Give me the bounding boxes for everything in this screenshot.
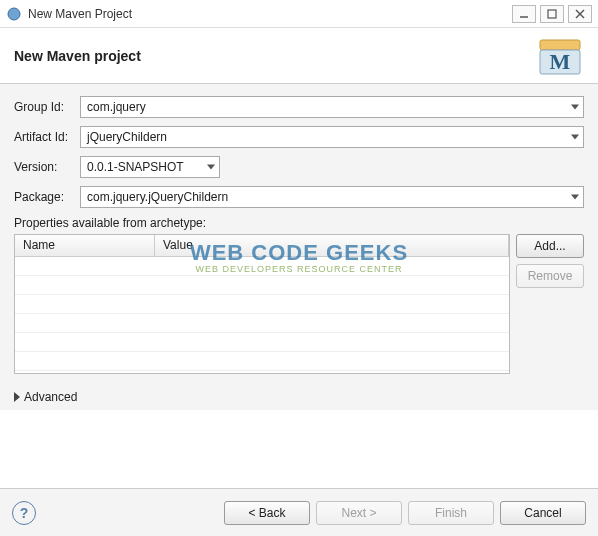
banner-heading: New Maven project — [14, 48, 536, 64]
help-icon[interactable]: ? — [12, 501, 36, 525]
package-input[interactable]: com.jquery.jQueryChildern — [80, 186, 584, 208]
dialog-banner: New Maven project M — [0, 28, 598, 84]
chevron-down-icon — [571, 195, 579, 200]
svg-rect-2 — [548, 10, 556, 18]
version-label: Version: — [14, 160, 80, 174]
chevron-down-icon — [571, 135, 579, 140]
column-header-value[interactable]: Value — [155, 235, 509, 256]
advanced-label: Advanced — [24, 390, 77, 404]
version-input[interactable]: 0.0.1-SNAPSHOT — [80, 156, 220, 178]
chevron-down-icon — [207, 165, 215, 170]
maven-logo-icon: M — [536, 32, 584, 80]
column-header-name[interactable]: Name — [15, 235, 155, 256]
table-row[interactable] — [15, 352, 509, 371]
properties-area: Name Value Add... Remove — [14, 234, 584, 374]
package-value: com.jquery.jQueryChildern — [87, 190, 228, 204]
titlebar: New Maven Project — [0, 0, 598, 28]
artifact-id-input[interactable]: jQueryChildern — [80, 126, 584, 148]
group-id-value: com.jquery — [87, 100, 146, 114]
svg-text:M: M — [550, 49, 571, 74]
window-icon — [6, 6, 22, 22]
package-label: Package: — [14, 190, 80, 204]
table-row[interactable] — [15, 257, 509, 276]
triangle-right-icon — [14, 392, 20, 402]
minimize-button[interactable] — [512, 5, 536, 23]
svg-point-0 — [8, 8, 20, 20]
dialog-footer: ? < Back Next > Finish Cancel — [0, 488, 598, 536]
version-row: Version: 0.0.1-SNAPSHOT — [14, 156, 584, 178]
properties-table-header: Name Value — [15, 235, 509, 257]
group-id-input[interactable]: com.jquery — [80, 96, 584, 118]
window-title: New Maven Project — [28, 7, 508, 21]
group-id-row: Group Id: com.jquery — [14, 96, 584, 118]
finish-button: Finish — [408, 501, 494, 525]
cancel-button[interactable]: Cancel — [500, 501, 586, 525]
package-row: Package: com.jquery.jQueryChildern — [14, 186, 584, 208]
remove-button: Remove — [516, 264, 584, 288]
table-row[interactable] — [15, 276, 509, 295]
artifact-id-row: Artifact Id: jQueryChildern — [14, 126, 584, 148]
group-id-label: Group Id: — [14, 100, 80, 114]
close-button[interactable] — [568, 5, 592, 23]
next-button: Next > — [316, 501, 402, 525]
properties-table[interactable]: Name Value — [14, 234, 510, 374]
properties-section-label: Properties available from archetype: — [14, 216, 584, 230]
chevron-down-icon — [571, 105, 579, 110]
properties-table-body — [15, 257, 509, 371]
table-row[interactable] — [15, 295, 509, 314]
table-row[interactable] — [15, 314, 509, 333]
properties-side-buttons: Add... Remove — [516, 234, 584, 374]
add-button[interactable]: Add... — [516, 234, 584, 258]
table-row[interactable] — [15, 333, 509, 352]
back-button[interactable]: < Back — [224, 501, 310, 525]
advanced-toggle[interactable]: Advanced — [14, 390, 584, 404]
version-value: 0.0.1-SNAPSHOT — [87, 160, 184, 174]
content-area: Group Id: com.jquery Artifact Id: jQuery… — [0, 84, 598, 410]
maximize-button[interactable] — [540, 5, 564, 23]
artifact-id-value: jQueryChildern — [87, 130, 167, 144]
artifact-id-label: Artifact Id: — [14, 130, 80, 144]
